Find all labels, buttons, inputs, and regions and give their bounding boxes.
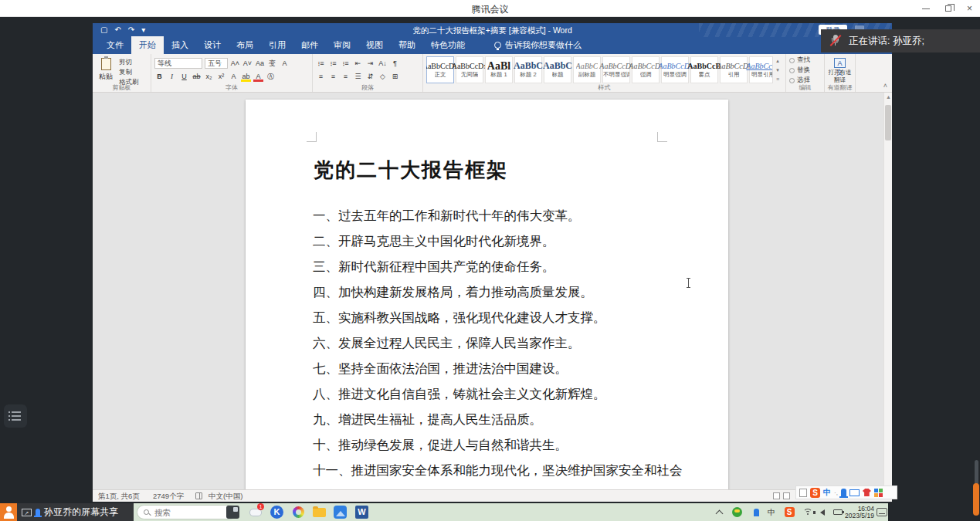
proofing-icon[interactable]: [195, 492, 202, 499]
volume-icon[interactable]: [817, 503, 828, 521]
cut-button[interactable]: 剪切: [119, 58, 139, 67]
font-size-combobox[interactable]: 五号: [205, 58, 228, 69]
search-input[interactable]: [153, 507, 226, 518]
word-app-button[interactable]: W: [354, 505, 369, 519]
close-icon[interactable]: ×: [967, 0, 972, 17]
style-title[interactable]: AaBbC标题: [544, 56, 571, 83]
show-marks-icon[interactable]: ¶: [390, 58, 400, 69]
align-left-icon[interactable]: ≡: [316, 71, 326, 82]
subscript-icon[interactable]: x₂: [204, 71, 214, 82]
style-emphasis[interactable]: AaBbCcDi强调: [632, 56, 660, 83]
style-intense-quote[interactable]: AaBbCcDi明显引用: [749, 56, 772, 83]
bullets-icon[interactable]: ⁝≡: [316, 58, 326, 69]
tab-mailings[interactable]: 邮件: [293, 36, 326, 54]
wifi-icon[interactable]: [802, 503, 814, 521]
language-indicator[interactable]: 中文(中国): [209, 492, 242, 502]
clock[interactable]: 16:04 2023/5/19: [843, 503, 876, 521]
decrease-indent-icon[interactable]: ⇤: [353, 58, 363, 69]
tab-home[interactable]: 开始: [131, 36, 164, 54]
phonetic-guide-icon[interactable]: 变: [267, 58, 277, 69]
minimize-icon[interactable]: [922, 8, 930, 9]
youdao-open-button[interactable]: 打开有道翻译: [828, 69, 852, 84]
tray-expand-chevron-icon[interactable]: [714, 503, 724, 521]
shading-icon[interactable]: ◇: [378, 71, 388, 82]
redo-icon[interactable]: ↷: [128, 25, 134, 36]
kdocs-app-button[interactable]: K: [270, 505, 284, 519]
touch-keyboard-icon[interactable]: [876, 503, 888, 521]
style-scroll-up-icon[interactable]: ▴: [776, 58, 779, 64]
tell-me-box[interactable]: 告诉我你想要做什么: [490, 36, 586, 54]
borders-icon[interactable]: ⊞: [390, 71, 400, 82]
sogou-logo-icon[interactable]: S: [810, 488, 820, 498]
text-effects-icon[interactable]: A: [229, 71, 239, 82]
bold-icon[interactable]: B: [154, 71, 164, 82]
increase-indent-icon[interactable]: ⇥: [365, 58, 375, 69]
word-count[interactable]: 2749个字: [153, 492, 184, 502]
style-normal[interactable]: AaBbCcDx正文: [426, 56, 454, 83]
font-name-combobox[interactable]: 等线: [154, 58, 202, 69]
document-scrollbar[interactable]: ▲: [883, 93, 892, 489]
tab-help[interactable]: 帮助: [391, 36, 423, 54]
tab-special-features[interactable]: 特色功能: [423, 36, 473, 54]
strikethrough-icon[interactable]: ab: [192, 71, 202, 82]
meeting-indicator-icon[interactable]: [0, 503, 17, 521]
soft-keyboard-icon[interactable]: [849, 489, 860, 496]
skin-icon[interactable]: [863, 489, 871, 496]
line-spacing-icon[interactable]: ⇵: [365, 71, 375, 82]
tray-mic-icon[interactable]: [751, 503, 761, 521]
style-heading2[interactable]: AaBbC标题 2: [514, 56, 542, 83]
justify-icon[interactable]: ☰: [353, 71, 363, 82]
page-indicator[interactable]: 第1页, 共6页: [98, 492, 140, 502]
scrollbar-thumb[interactable]: [885, 105, 891, 140]
security-tray-icon[interactable]: [731, 503, 743, 521]
sogou-doc-icon[interactable]: [799, 489, 807, 497]
document-page[interactable]: 党的二十大报告框架 一、过去五年的工作和新时代十年的伟大变革。 二、开辟马克思主…: [246, 100, 728, 489]
style-strong[interactable]: AaBbCcD要点: [690, 56, 718, 83]
print-layout-icon[interactable]: [783, 492, 790, 499]
photos-app-button[interactable]: [333, 505, 348, 519]
style-gallery-more-icon[interactable]: ≡: [776, 76, 779, 82]
collapse-ribbon-icon[interactable]: ˄: [883, 82, 887, 90]
find-button[interactable]: 查找: [789, 56, 821, 65]
style-subtitle[interactable]: AaBbC副标题: [573, 56, 601, 83]
replace-button[interactable]: 替换: [789, 66, 821, 75]
character-border-icon[interactable]: A: [280, 58, 290, 69]
input-mode-chinese[interactable]: 中: [823, 487, 831, 498]
tab-design[interactable]: 设计: [196, 36, 229, 54]
undo-icon[interactable]: ↶: [114, 25, 120, 36]
screen-share-banner[interactable]: ↗ 孙亚乔的屏幕共享: [17, 503, 134, 521]
style-scroll-down-icon[interactable]: ▾: [776, 67, 779, 73]
paste-button[interactable]: 粘贴: [96, 56, 116, 83]
numbering-icon[interactable]: ⁝≡: [328, 58, 338, 69]
meeting-agenda-float-button[interactable]: [4, 404, 27, 428]
ime-mode-icon[interactable]: 中: [765, 503, 778, 521]
font-color-icon[interactable]: A: [253, 71, 263, 82]
color-app-button[interactable]: [291, 505, 306, 519]
task-view-button[interactable]: [226, 505, 240, 519]
highlight-color-icon[interactable]: ab: [241, 71, 251, 82]
file-explorer-button[interactable]: [312, 505, 327, 519]
style-heading1[interactable]: AaBl标题 1: [485, 56, 513, 83]
battery-icon[interactable]: [832, 503, 843, 521]
style-quote[interactable]: AaBbCcDi引用: [720, 56, 748, 83]
widgets-button[interactable]: 1: [249, 505, 263, 519]
style-no-spacing[interactable]: AaBbCcDx无间隔: [456, 56, 483, 83]
sort-icon[interactable]: A↓: [378, 58, 388, 69]
scroll-up-icon[interactable]: ▲: [886, 94, 891, 100]
tab-insert[interactable]: 插入: [164, 36, 196, 54]
read-mode-icon[interactable]: [773, 492, 780, 499]
style-gallery-scroll[interactable]: ▴ ▾ ≡: [772, 56, 782, 83]
tab-references[interactable]: 引用: [261, 36, 293, 54]
side-scrollbar-thumb[interactable]: [973, 483, 979, 516]
taskbar-search[interactable]: [137, 505, 237, 519]
tab-review[interactable]: 审阅: [326, 36, 358, 54]
tab-file[interactable]: 文件: [99, 36, 131, 54]
youdao-translate-icon[interactable]: A文: [834, 58, 846, 68]
style-subtle-emphasis[interactable]: AaBbCcDi不明显强调: [602, 56, 630, 83]
grow-font-icon[interactable]: A˄: [230, 58, 240, 69]
enclose-characters-icon[interactable]: Ⓐ: [266, 71, 276, 82]
tab-view[interactable]: 视图: [358, 36, 391, 54]
style-intense-emphasis[interactable]: AaBbCcDi明显强调: [661, 56, 689, 83]
copy-button[interactable]: 复制: [119, 68, 139, 77]
sogou-toolbox-icon[interactable]: [874, 489, 883, 497]
